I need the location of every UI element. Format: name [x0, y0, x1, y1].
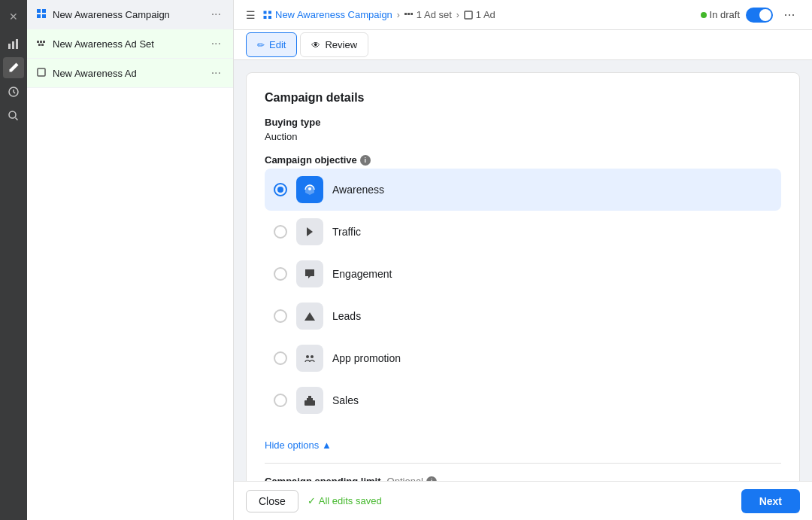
ad-icon — [36, 67, 47, 80]
breadcrumb-adset-text: 1 Ad set — [417, 9, 452, 20]
topbar-actions: In draft ··· — [701, 5, 800, 26]
svg-rect-10 — [40, 41, 42, 43]
leads-icon-box — [296, 303, 323, 330]
toggle-sidebar-icon[interactable]: ☰ — [246, 9, 256, 21]
sidebar-close-icon[interactable]: ✕ — [3, 6, 24, 27]
card-title: Campaign details — [265, 91, 781, 105]
breadcrumb-adset: 1 Ad set — [404, 9, 452, 20]
svg-rect-21 — [411, 13, 413, 15]
objective-leads[interactable]: Leads — [265, 295, 781, 337]
objective-app-promotion[interactable]: App promotion — [265, 337, 781, 379]
status-dot — [701, 12, 707, 18]
objective-awareness[interactable]: Awareness — [265, 169, 781, 211]
app-icon-box — [296, 345, 323, 372]
saved-status: ✓ All edits saved — [308, 495, 382, 506]
breadcrumb-sep-2: › — [456, 10, 459, 20]
objective-field: Campaign objective i — [265, 154, 781, 421]
engagement-icon-box — [296, 260, 323, 287]
breadcrumb-ad: 1 Ad — [464, 9, 495, 20]
sidebar-pencil-icon[interactable] — [3, 57, 24, 78]
topbar: ☰ New Awareness Campaign › 1 Ad set › 1 … — [234, 0, 812, 30]
content-area: Campaign details Buying type Auction Cam… — [234, 60, 812, 481]
leads-radio — [274, 309, 287, 323]
leads-label: Leads — [332, 310, 361, 322]
engagement-radio — [274, 267, 287, 281]
svg-rect-28 — [304, 400, 315, 406]
sidebar-search-icon[interactable] — [3, 105, 24, 126]
breadcrumb-adset-icon — [404, 11, 414, 20]
svg-rect-2 — [16, 39, 18, 49]
svg-rect-14 — [38, 68, 45, 76]
edit-tab-icon: ✏ — [257, 40, 265, 50]
svg-rect-22 — [465, 11, 472, 19]
sidebar-icon-panel: ✕ — [0, 0, 27, 520]
status-toggle[interactable] — [746, 8, 773, 23]
awareness-radio — [274, 183, 287, 196]
svg-rect-12 — [38, 44, 41, 46]
svg-rect-20 — [408, 13, 410, 15]
svg-rect-1 — [12, 41, 14, 49]
main-area: ☰ New Awareness Campaign › 1 Ad set › 1 … — [234, 0, 812, 520]
hide-options-link[interactable]: Hide options ▲ — [265, 433, 781, 451]
toggle-knob — [759, 9, 771, 21]
breadcrumb-ad-icon — [464, 11, 473, 20]
svg-rect-7 — [37, 14, 41, 18]
sidebar-clock-icon[interactable] — [3, 81, 24, 102]
app-radio — [274, 351, 287, 365]
nav-item-campaign[interactable]: New Awareness Campaign ··· — [27, 0, 233, 29]
traffic-label: Traffic — [332, 226, 361, 238]
svg-rect-17 — [264, 16, 267, 19]
svg-marker-24 — [307, 227, 313, 236]
status-badge: In draft — [701, 9, 740, 20]
buying-type-field: Buying type Auction — [265, 117, 781, 142]
tab-review[interactable]: 👁 Review — [300, 32, 368, 57]
objective-traffic[interactable]: Traffic — [265, 211, 781, 253]
adset-icon — [36, 38, 47, 50]
buying-type-label: Buying type — [265, 117, 781, 128]
next-button[interactable]: Next — [741, 489, 800, 513]
review-tab-label: Review — [325, 39, 357, 50]
traffic-icon-box — [296, 218, 323, 245]
objective-list: Awareness Traffic — [265, 169, 781, 421]
buying-type-value: Auction — [265, 131, 781, 142]
review-tab-icon: 👁 — [311, 40, 320, 50]
sales-icon-box — [296, 387, 323, 414]
awareness-label: Awareness — [332, 184, 384, 196]
svg-point-27 — [311, 355, 314, 358]
objective-info-icon[interactable]: i — [360, 155, 371, 166]
adset-label: New Awareness Ad Set — [53, 38, 202, 50]
more-options-button[interactable]: ··· — [779, 5, 800, 26]
saved-label: All edits saved — [319, 495, 382, 506]
nav-item-adset[interactable]: New Awareness Ad Set ··· — [27, 29, 233, 59]
nav-item-ad[interactable]: New Awareness Ad ··· — [27, 59, 233, 88]
tab-edit[interactable]: ✏ Edit — [246, 32, 297, 57]
svg-rect-19 — [404, 13, 407, 15]
footer-bar: Close ✓ All edits saved Next — [234, 481, 812, 520]
objective-engagement[interactable]: Engagement — [265, 253, 781, 295]
ad-menu-icon[interactable]: ··· — [208, 65, 224, 81]
breadcrumb-ad-text: 1 Ad — [476, 9, 495, 20]
svg-rect-9 — [37, 41, 39, 43]
sales-label: Sales — [332, 394, 359, 406]
breadcrumb-campaign: New Awareness Campaign — [263, 9, 392, 20]
breadcrumb-sep-1: › — [397, 10, 400, 20]
tab-bar: ✏ Edit 👁 Review — [234, 30, 812, 60]
svg-point-26 — [306, 355, 309, 358]
objective-sales[interactable]: Sales — [265, 379, 781, 421]
svg-rect-0 — [8, 44, 11, 49]
breadcrumb-campaign-link[interactable]: New Awareness Campaign — [275, 9, 392, 20]
traffic-radio — [274, 225, 287, 239]
campaign-menu-icon[interactable]: ··· — [208, 6, 224, 23]
svg-rect-18 — [268, 16, 271, 19]
svg-point-23 — [308, 187, 311, 190]
svg-rect-15 — [264, 11, 267, 14]
close-button[interactable]: Close — [246, 490, 298, 512]
adset-menu-icon[interactable]: ··· — [208, 35, 224, 52]
svg-rect-13 — [41, 44, 44, 46]
status-label: In draft — [710, 9, 740, 20]
svg-rect-6 — [42, 9, 46, 13]
app-label: App promotion — [332, 352, 401, 364]
breadcrumb-campaign-icon — [263, 11, 272, 20]
sidebar-chart-icon[interactable] — [3, 33, 24, 54]
campaign-label: New Awareness Campaign — [53, 9, 202, 20]
